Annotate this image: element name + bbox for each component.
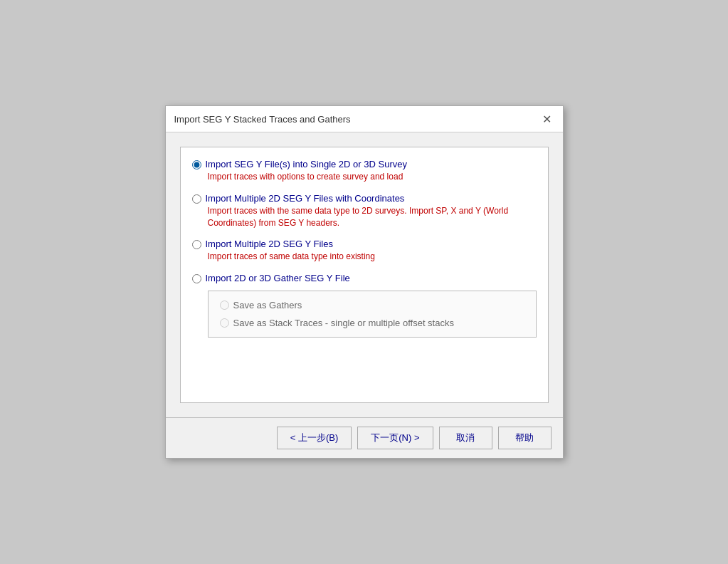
option-1-label[interactable]: Import SEG Y File(s) into Single 2D or 3… [192, 159, 537, 169]
option-1-desc: Import traces with options to create sur… [208, 171, 537, 183]
option-4-radio[interactable] [192, 274, 201, 283]
back-button[interactable]: < 上一步(B) [277, 427, 352, 449]
sub-option-1-radio[interactable] [220, 301, 229, 310]
option-1-row: Import SEG Y File(s) into Single 2D or 3… [192, 159, 537, 183]
option-2-row: Import Multiple 2D SEG Y Files with Coor… [192, 193, 537, 229]
cancel-button[interactable]: 取消 [439, 427, 492, 449]
gather-suboptions-box: Save as Gathers Save as Stack Traces - s… [208, 291, 537, 338]
option-4-title: Import 2D or 3D Gather SEG Y File [206, 273, 350, 283]
option-3-label[interactable]: Import Multiple 2D SEG Y Files [192, 239, 537, 249]
option-2-radio[interactable] [192, 194, 201, 204]
option-3-title: Import Multiple 2D SEG Y Files [206, 239, 333, 249]
option-2-title: Import Multiple 2D SEG Y Files with Coor… [206, 193, 405, 204]
sub-option-2-radio[interactable] [220, 318, 229, 328]
dialog-title: Import SEG Y Stacked Traces and Gathers [174, 114, 351, 125]
dialog-footer: < 上一步(B) 下一页(N) > 取消 帮助 [166, 417, 563, 458]
option-2-desc: Import traces with the same data type to… [208, 205, 537, 229]
close-button[interactable]: ✕ [540, 112, 554, 126]
sub-option-1-label[interactable]: Save as Gathers [220, 300, 524, 310]
help-button[interactable]: 帮助 [498, 427, 552, 449]
title-bar: Import SEG Y Stacked Traces and Gathers … [166, 106, 563, 132]
option-3-row: Import Multiple 2D SEG Y Files Import tr… [192, 239, 537, 263]
sub-option-2-text: Save as Stack Traces - single or multipl… [233, 318, 454, 328]
import-dialog: Import SEG Y Stacked Traces and Gathers … [165, 105, 564, 459]
sub-option-1-text: Save as Gathers [233, 300, 302, 310]
option-3-desc: Import traces of same data type into exi… [208, 251, 537, 263]
option-4-label[interactable]: Import 2D or 3D Gather SEG Y File [192, 273, 537, 283]
next-button[interactable]: 下一页(N) > [357, 427, 433, 449]
options-container: Import SEG Y File(s) into Single 2D or 3… [180, 147, 549, 403]
option-1-title: Import SEG Y File(s) into Single 2D or 3… [206, 159, 407, 169]
sub-option-2-label[interactable]: Save as Stack Traces - single or multipl… [220, 318, 524, 328]
dialog-body: Import SEG Y File(s) into Single 2D or 3… [166, 132, 563, 417]
option-3-radio[interactable] [192, 240, 201, 249]
option-1-radio[interactable] [192, 160, 201, 169]
option-4-row: Import 2D or 3D Gather SEG Y File Save a… [192, 273, 537, 338]
option-2-label[interactable]: Import Multiple 2D SEG Y Files with Coor… [192, 193, 537, 204]
